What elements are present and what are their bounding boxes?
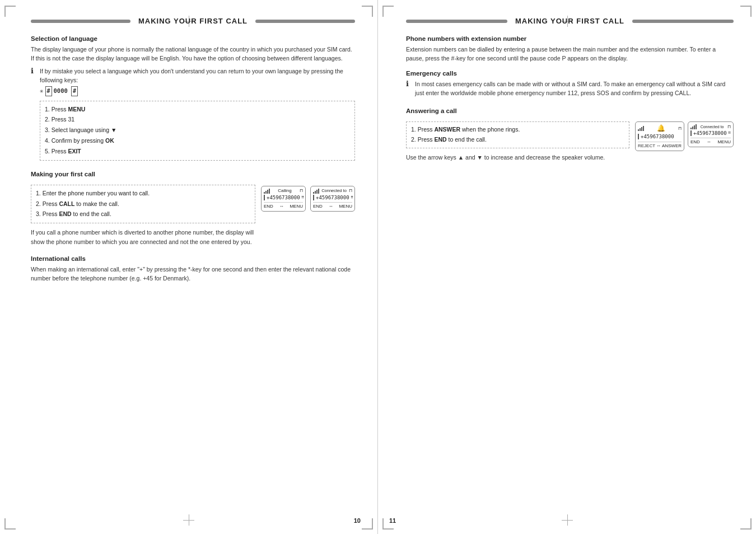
right-page-title: MAKING YOUR FIRST CALL: [507, 17, 632, 25]
header-bar-right-line: [255, 20, 355, 23]
right-header-bar-left-line: [406, 20, 507, 23]
section-extension-number: Phone numbers with extension number Exte…: [406, 35, 734, 63]
phone-mock-answer-connected: Connected to ⊓ +4596738000 ⠿ END ↔ MENU: [688, 121, 734, 147]
calling-number-text: +4596738000: [267, 195, 300, 200]
connected-scroll: ⠿: [351, 195, 353, 200]
ringing-phone-top: 🔔 ⊓: [638, 124, 682, 132]
right-page-number: 11: [389, 517, 396, 524]
corner-br: [362, 518, 373, 530]
answer-connected-battery: ⊓: [727, 124, 731, 129]
language-para1: The display language of your phone is no…: [31, 45, 355, 63]
answer-connected-number-text: +4596738000: [693, 130, 727, 136]
phone-calling-top: Calling ⊓: [264, 188, 303, 194]
phone-calling-bottom: END ↔ MENU: [264, 202, 303, 209]
calling-menu-btn: MENU: [290, 204, 303, 209]
language-step-1: 1. Press MENU: [45, 105, 350, 115]
crosshair-bottom-right: [562, 514, 573, 526]
first-call-steps-box: 1. Enter the phone number you want to ca…: [31, 185, 255, 224]
answering-steps-box: 1. Press ANSWER when the phone rings. 2.…: [406, 121, 629, 148]
language-note-text: If by mistake you select a language whic…: [40, 67, 355, 165]
signal-icon-connected: [313, 188, 319, 194]
left-page-title: MAKING YOUR FIRST CALL: [130, 17, 255, 25]
answer-btn: ANSWER: [662, 143, 682, 148]
first-call-content: 1. Enter the phone number you want to ca…: [31, 180, 355, 250]
key-0000: 0000: [54, 87, 72, 94]
answer-connected-number: +4596738000 ⠿: [690, 130, 731, 136]
corner-tr-right: [740, 6, 752, 17]
connected-speaker: ↔: [329, 204, 333, 209]
connected-label: Connected to: [321, 188, 347, 193]
first-call-step-3: 3. Press END to end the call.: [36, 209, 250, 219]
signal-icon-ringing: [638, 125, 644, 131]
phone-mock-connected: Connected to ⊓ +4596738000 ⠿ END ↔ MENU: [310, 186, 355, 212]
answering-step-2: 2. Press END to end the call.: [411, 135, 624, 145]
answering-para: Use the arrow keys ▲ and ▼ to increase a…: [406, 153, 629, 162]
first-call-step-1: 1. Enter the phone number you want to ca…: [36, 189, 250, 199]
answer-connected-speaker: ↔: [707, 139, 711, 144]
answer-connected-label: Connected to: [701, 125, 724, 129]
section-title-first-call: Making your first call: [31, 171, 355, 177]
crosshair-bottom-left: [183, 514, 194, 526]
language-note-body: If by mistake you select a language whic…: [40, 67, 355, 85]
section-title-answering: Answering a call: [406, 107, 734, 114]
section-first-call: Making your first call 1. Enter the phon…: [31, 171, 355, 250]
left-header-bar: MAKING YOUR FIRST CALL: [31, 17, 355, 25]
phone-mockups-calling: Calling ⊓ +4596738000 ⠿ END ↔ MENU: [261, 186, 355, 212]
key-hash2: #: [71, 86, 78, 96]
answer-connected-end: END: [690, 139, 700, 144]
phone-mock-ringing: 🔔 ⊓ +4596738000 REJECT ↔ ANSWER: [635, 121, 684, 151]
right-header-bar: MAKING YOUR FIRST CALL: [406, 17, 734, 25]
connected-menu-btn: MENU: [339, 204, 352, 209]
calling-speaker: ↔: [279, 204, 284, 209]
extension-para: Extension numbers can be dialled by ente…: [406, 45, 734, 63]
language-step-5: 5. Press EXIT: [45, 147, 350, 157]
phone-connected-number: +4596738000 ⠿: [313, 195, 352, 200]
header-bar-left-line: [31, 20, 130, 23]
corner-bl: [4, 518, 16, 530]
answer-connected-top: Connected to ⊓: [690, 124, 731, 129]
phone-calling-number: +4596738000 ⠿: [264, 195, 303, 200]
ringing-phone-bottom: REJECT ↔ ANSWER: [638, 142, 682, 148]
note-icon: ℹ: [31, 67, 36, 165]
section-international-calls: International calls When making an inter…: [31, 255, 355, 283]
emergency-note: ℹ In most cases emergency calls can be m…: [406, 79, 734, 101]
ringing-bell-area: 🔔: [657, 124, 665, 132]
answering-content: 1. Press ANSWER when the phone rings. 2.…: [406, 117, 734, 165]
answering-step-1: 1. Press ANSWER when the phone rings.: [411, 125, 624, 135]
ringing-battery: ⊓: [678, 126, 682, 131]
right-header-bar-right-line: [632, 20, 734, 23]
section-emergency-calls: Emergency calls ℹ In most cases emergenc…: [406, 70, 734, 101]
first-call-step-2: 2. Press CALL to make the call.: [36, 199, 250, 209]
section-answering-call: Answering a call 1. Press ANSWER when th…: [406, 107, 734, 165]
phone-connected-bottom: END ↔ MENU: [313, 202, 352, 209]
ringing-bell-icon: 🔔: [657, 124, 665, 132]
calling-label: Calling: [278, 188, 291, 193]
section-title-language: Selection of language: [31, 35, 355, 42]
answer-connected-scroll: ⠿: [728, 131, 731, 135]
right-page: MAKING YOUR FIRST CALL Phone numbers wit…: [378, 0, 756, 534]
ringing-number-text: +4596738000: [641, 134, 674, 139]
ringing-phone-number: +4596738000: [638, 134, 682, 139]
first-call-para: If you call a phone number which is dive…: [31, 228, 255, 246]
left-page-number: 10: [354, 517, 361, 524]
answering-steps-area: 1. Press ANSWER when the phone rings. 2.…: [406, 117, 629, 165]
corner-tr: [362, 6, 373, 17]
signal-icon-answer-connected: [690, 124, 697, 129]
language-key-seq: ✳ # 0000 #: [40, 86, 355, 96]
corner-tl: [4, 6, 16, 17]
calling-scroll: ⠿: [301, 195, 304, 200]
phone-connected-top: Connected to ⊓: [313, 188, 352, 194]
corner-br-right: [740, 518, 752, 530]
answer-phone-mockups: 🔔 ⊓ +4596738000 REJECT ↔ ANSWER: [635, 121, 734, 151]
connected-battery: ⊓: [349, 188, 352, 193]
phone-mock-calling: Calling ⊓ +4596738000 ⠿ END ↔ MENU: [261, 186, 306, 212]
key-hash1: #: [45, 86, 52, 96]
answer-connected-bottom: END ↔ MENU: [690, 138, 731, 144]
emergency-note-icon: ℹ: [406, 79, 412, 101]
signal-icon-calling: [264, 188, 270, 194]
calling-battery: ⊓: [300, 188, 303, 193]
section-title-extension: Phone numbers with extension number: [406, 35, 734, 42]
emergency-note-text: In most cases emergency calls can be mad…: [415, 79, 734, 98]
ringing-speaker: ↔: [656, 143, 661, 148]
language-note: ℹ If by mistake you select a language wh…: [31, 67, 355, 165]
